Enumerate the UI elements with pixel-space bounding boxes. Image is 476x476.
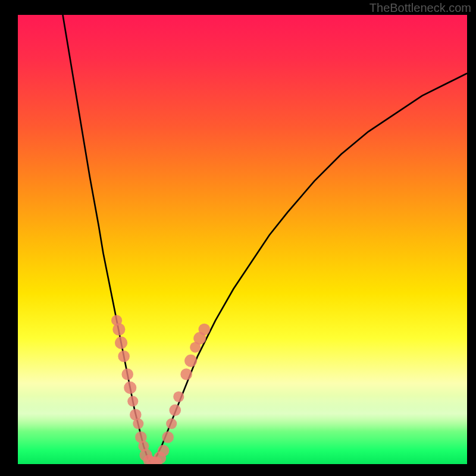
data-marker xyxy=(124,381,136,394)
data-marker xyxy=(121,368,133,380)
watermark: TheBottleneck.com xyxy=(369,1,471,15)
data-marker xyxy=(173,392,184,402)
data-marker xyxy=(199,324,211,336)
marker-group xyxy=(111,315,210,464)
data-marker xyxy=(169,405,181,416)
data-marker xyxy=(158,445,170,457)
data-marker xyxy=(118,350,130,362)
plot-area xyxy=(18,15,467,464)
data-marker xyxy=(166,418,177,429)
curve-layer xyxy=(18,15,467,464)
data-marker xyxy=(133,418,143,429)
data-marker xyxy=(115,337,127,349)
data-marker xyxy=(180,368,192,380)
curve-left xyxy=(63,15,153,464)
data-marker xyxy=(127,396,138,406)
curve-right xyxy=(153,73,468,464)
chart-frame: TheBottleneck.com xyxy=(0,0,476,476)
data-marker xyxy=(111,315,122,325)
data-marker xyxy=(162,431,174,443)
data-marker xyxy=(184,355,197,367)
